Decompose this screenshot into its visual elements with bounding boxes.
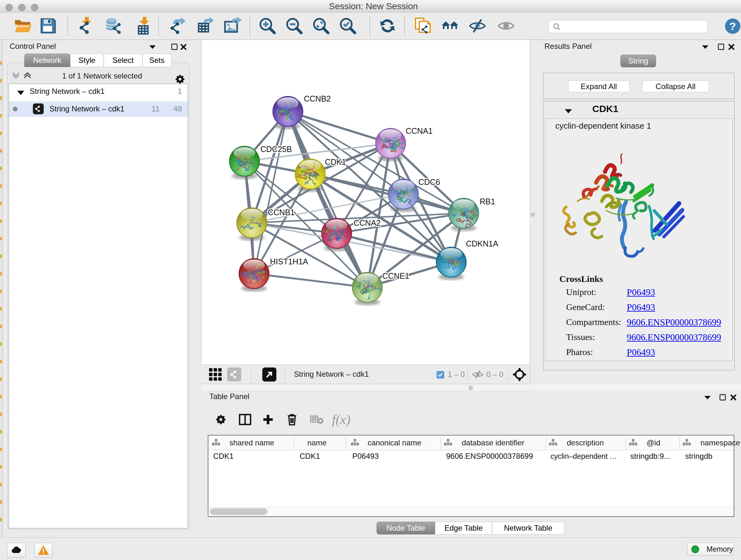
svg-text:RB1: RB1 [480, 197, 495, 206]
svg-text:HIST1H1A: HIST1H1A [270, 257, 308, 266]
svg-text:CDC6: CDC6 [418, 178, 440, 186]
svg-text:CCNA2: CCNA2 [354, 219, 381, 227]
svg-text:CDC25B: CDC25B [260, 145, 292, 153]
svg-text:CCNB1: CCNB1 [268, 208, 295, 217]
svg-text:CCNA1: CCNA1 [406, 126, 433, 135]
svg-text:CDK1: CDK1 [325, 158, 346, 166]
svg-text:CDKN1A: CDKN1A [466, 239, 498, 248]
svg-text:CCNB2: CCNB2 [304, 94, 331, 103]
svg-text:CCNE1: CCNE1 [382, 271, 409, 280]
